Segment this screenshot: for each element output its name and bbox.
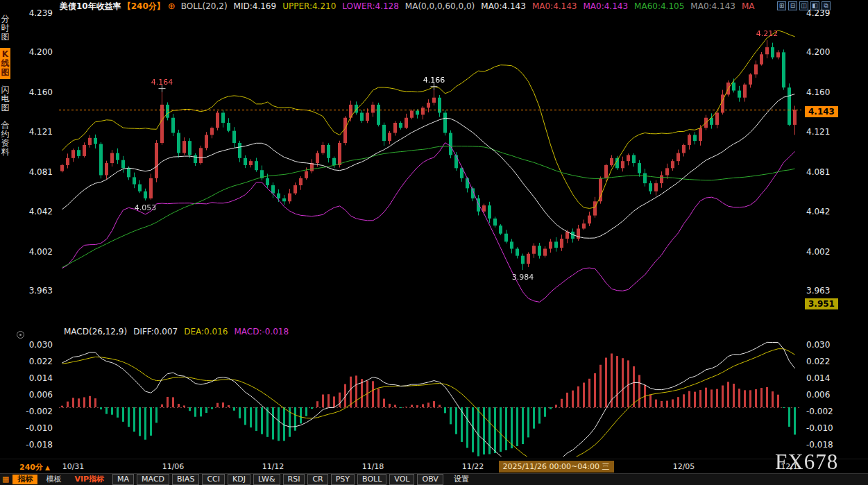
settings-button[interactable]: 设置 [454, 475, 469, 484]
macd-axis-label: -0.018 [806, 440, 851, 450]
macd-axis-label: -0.018 [0, 440, 56, 450]
pane-marker-icon[interactable] [17, 331, 24, 339]
price-axis-label: 4.239 [806, 8, 851, 18]
period-selector[interactable]: 240分▲ [19, 462, 50, 473]
indicator-readout: MA [742, 1, 755, 11]
indicator-readout: LOWER:4.128 [342, 1, 399, 11]
macd-axis-label: 0.030 [806, 340, 851, 350]
macd-axis-label: 0.006 [0, 390, 56, 400]
macd-chart-canvas[interactable] [59, 339, 801, 457]
date-tick: 12/1 [781, 462, 798, 471]
chart-header: 美债10年收益率【240分】⊕BOLL(20,2)MID:4.169UPPER:… [60, 1, 760, 12]
indicator-readout: MID:4.169 [234, 1, 277, 11]
indicator-button-row: MAMACDBIASCCIKDJLW&RSICRPSYBOLLVOLOBV [112, 474, 446, 485]
tab-indicators[interactable]: 指标 [12, 475, 37, 484]
grid-icon[interactable]: ▦ [2, 475, 9, 484]
indicator-readout: UPPER:4.210 [282, 1, 336, 11]
layout-grid-icon[interactable]: ⊞ [777, 1, 786, 10]
main-chart-canvas[interactable] [59, 12, 801, 326]
sidebar-item-contract-info[interactable]: 合约资料 [0, 119, 10, 159]
price-axis-label: 4.002 [806, 247, 851, 257]
macd-axis-label: -0.002 [0, 407, 56, 416]
date-tick: 10/31 [62, 462, 85, 471]
low-price-badge: 3.951 [805, 298, 838, 309]
macd-axis-label: 0.014 [0, 373, 56, 383]
price-axis-label: 4.042 [806, 207, 851, 216]
macd-axis-label: -0.010 [0, 423, 56, 433]
indicator-button-cr[interactable]: CR [307, 474, 327, 485]
indicator-readout: MA0:4.143 [583, 1, 628, 11]
indicator-button-psy[interactable]: PSY [331, 474, 355, 485]
tab-vip-indicators[interactable]: VIP指标 [69, 475, 109, 484]
tab-templates[interactable]: 模板 [41, 475, 66, 484]
macd-axis-label: 0.022 [806, 357, 851, 366]
indicator-readout: MA60:4.105 [634, 1, 684, 11]
date-tick: 12/05 [673, 462, 695, 471]
macd-dea-readout: DEA:0.016 [184, 327, 228, 337]
date-tick-selected: 2025/11/26 00:00~04:00 三 [498, 461, 613, 473]
indicator-readout: MA0:4.143 [481, 1, 526, 11]
indicator-readouts: BOLL(20,2)MID:4.169UPPER:4.210LOWER:4.12… [181, 1, 761, 11]
indicator-readout: MA0:4.143 [532, 1, 577, 11]
layout-split-icon[interactable]: ⊟ [788, 1, 797, 10]
indicator-button-lw[interactable]: LW& [253, 474, 280, 485]
macd-axis-label: 0.014 [806, 373, 851, 383]
indicator-readout: BOLL(20,2) [181, 1, 228, 11]
date-tick: 11/18 [362, 462, 384, 471]
indicator-button-kdj[interactable]: KDJ [228, 474, 250, 485]
period-label: 240分 [19, 463, 43, 472]
period-tag[interactable]: 【240分】 [123, 1, 165, 11]
macd-axis-label: 0.006 [806, 390, 851, 400]
date-tick: 11/22 [462, 462, 484, 471]
price-axis-label: 4.081 [0, 167, 56, 177]
macd-diff-readout: DIFF:0.007 [133, 327, 178, 337]
indicator-readout: MA(0,0,0,60,0,0) [405, 1, 475, 11]
time-axis: 240分▲ 10/3111/0611/1211/1811/222025/11/2… [0, 459, 868, 473]
macd-axis-label: 0.030 [0, 340, 56, 350]
symbol-title: 美债10年收益率 [60, 1, 121, 11]
macd-axis-label: 0.022 [0, 357, 56, 366]
circle-plus-icon[interactable]: ⊕ [168, 1, 176, 11]
indicator-button-cci[interactable]: CCI [202, 474, 225, 485]
price-axis-label: 3.963 [0, 286, 56, 296]
price-axis-label: 3.963 [806, 286, 851, 296]
bottom-toolbar: ▦ 指标 模板 VIP指标 MAMACDBIASCCIKDJLW&RSICRPS… [0, 473, 868, 485]
price-axis-label: 4.239 [0, 8, 56, 18]
price-axis-label: 4.160 [0, 87, 56, 97]
indicator-button-boll[interactable]: BOLL [357, 474, 386, 485]
indicator-button-rsi[interactable]: RSI [283, 474, 305, 485]
price-axis-label: 4.160 [806, 87, 851, 97]
price-axis-label: 4.121 [0, 127, 56, 137]
macd-axis-label: -0.002 [806, 407, 851, 416]
price-axis-label: 4.042 [0, 207, 56, 216]
price-axis-label: 4.002 [0, 247, 56, 257]
price-axis-label: 4.121 [806, 127, 851, 137]
macd-formula: MACD(26,12,9) [64, 327, 127, 337]
indicator-button-obv[interactable]: OBV [417, 474, 443, 485]
macd-macd-readout: MACD:-0.018 [234, 327, 289, 337]
price-axis-label: 4.200 [806, 47, 851, 57]
indicator-button-bias[interactable]: BIAS [172, 474, 199, 485]
macd-header: MACD(26,12,9)DIFF:0.007DEA:0.016MACD:-0.… [64, 327, 295, 337]
price-axis-label: 4.081 [806, 167, 851, 177]
indicator-button-vol[interactable]: VOL [389, 474, 414, 485]
indicator-button-macd[interactable]: MACD [137, 474, 169, 485]
chevron-up-icon: ▲ [45, 464, 50, 471]
indicator-readout: MA0:4.143 [690, 1, 735, 11]
price-axis-label: 4.200 [0, 47, 56, 57]
indicator-button-ma[interactable]: MA [112, 474, 134, 485]
last-price-badge: 4.143 [805, 106, 838, 117]
macd-axis-label: -0.010 [806, 423, 851, 433]
date-tick: 11/12 [262, 462, 284, 471]
date-tick: 11/06 [162, 462, 185, 471]
